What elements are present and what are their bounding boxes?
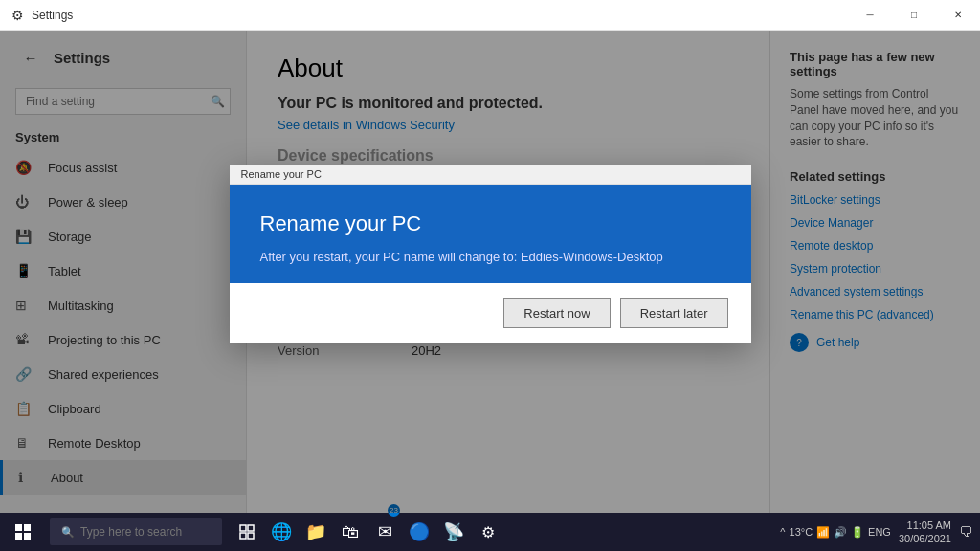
svg-rect-5 — [248, 525, 254, 531]
minimize-button[interactable]: ─ — [848, 0, 892, 31]
speaker-icon[interactable]: 🔊 — [834, 526, 847, 539]
modal-title: Rename your PC — [260, 211, 721, 236]
restart-later-button[interactable]: Restart later — [620, 298, 728, 328]
titlebar: ⚙ Settings ─ □ ✕ — [0, 0, 980, 31]
modal-header: Rename your PC After you restart, your P… — [230, 185, 751, 283]
svg-rect-0 — [15, 524, 22, 531]
modal-overlay: Rename your PC Rename your PC After you … — [0, 31, 980, 513]
store-button[interactable]: 🛍 — [333, 513, 368, 551]
language-indicator: ENG — [868, 526, 891, 538]
taskbar-right: ^ 13°C 📶 🔊 🔋 ENG 11:05 AM 30/06/2021 🗨 — [780, 518, 980, 546]
svg-rect-2 — [15, 533, 22, 540]
titlebar-title: ⚙ Settings — [0, 8, 73, 23]
explorer-button[interactable]: 📁 — [299, 513, 333, 551]
taskbar-icons: 🌐 📁 🛍 ✉ 23 🔵 📡 ⚙ — [230, 513, 505, 551]
modal-footer: Restart now Restart later — [230, 283, 751, 343]
app-title: Settings — [32, 9, 73, 22]
svg-rect-1 — [24, 524, 31, 531]
task-view-button[interactable] — [230, 513, 264, 551]
start-button[interactable] — [0, 513, 46, 551]
filezilla-button[interactable]: 📡 — [436, 513, 471, 551]
maximize-button[interactable]: □ — [892, 0, 936, 31]
svg-rect-7 — [248, 533, 254, 539]
rename-pc-modal: Rename your PC Rename your PC After you … — [230, 165, 751, 343]
close-button[interactable]: ✕ — [936, 0, 980, 31]
taskbar-search[interactable]: 🔍 — [50, 518, 222, 545]
restart-now-button[interactable]: Restart now — [503, 298, 610, 328]
settings-button[interactable]: ⚙ — [471, 513, 505, 551]
systray: ^ 13°C 📶 🔊 🔋 ENG — [780, 526, 891, 539]
modal-message: After you restart, your PC name will cha… — [260, 250, 721, 264]
temperature: 13°C — [790, 526, 813, 538]
edge-button[interactable]: 🌐 — [264, 513, 299, 551]
mail-button[interactable]: ✉ 23 — [368, 513, 402, 551]
clock-time: 11:05 AM — [899, 518, 951, 532]
clock-date: 30/06/2021 — [899, 532, 951, 545]
svg-rect-4 — [240, 525, 246, 531]
battery-icon: 🔋 — [851, 526, 864, 539]
titlebar-controls: ─ □ ✕ — [848, 0, 980, 31]
svg-rect-3 — [24, 533, 31, 540]
modal-titlebar: Rename your PC — [230, 165, 751, 185]
wifi-icon: 📶 — [816, 526, 830, 539]
taskbar: 🔍 🌐 📁 🛍 ✉ 23 🔵 📡 ⚙ ^ 13°C 📶 🔊 🔋 ENG 11:0… — [0, 513, 980, 551]
taskbar-clock[interactable]: 11:05 AM 30/06/2021 — [899, 518, 951, 546]
notification-button[interactable]: 🗨 — [959, 524, 972, 540]
taskbar-search-icon: 🔍 — [61, 526, 75, 539]
svg-rect-6 — [240, 533, 246, 539]
up-arrow-icon[interactable]: ^ — [780, 526, 785, 538]
chrome-button[interactable]: 🔵 — [402, 513, 436, 551]
taskbar-search-input[interactable] — [80, 525, 205, 539]
